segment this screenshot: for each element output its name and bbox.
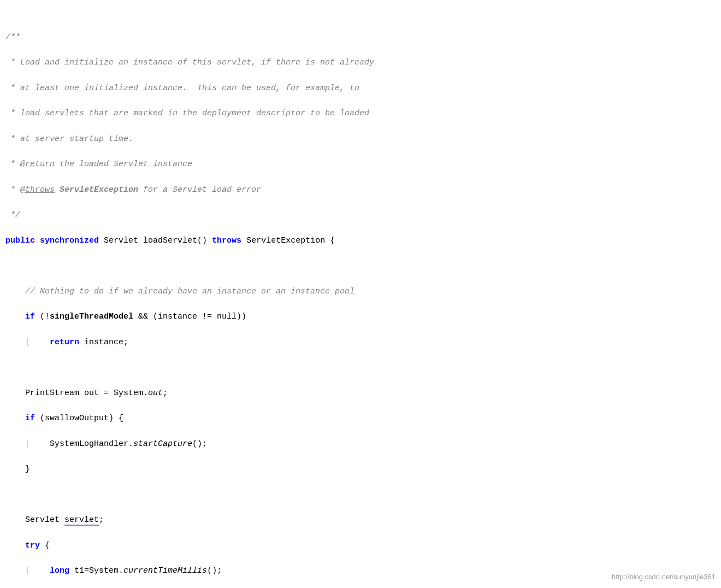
code-line: * at least one initialized instance. Thi… <box>5 82 710 95</box>
code-line: | return instance; <box>5 336 710 349</box>
code-line: if (swallowOutput) { <box>5 412 710 425</box>
code-line: | long t1=System.currentTimeMillis(); <box>5 565 710 577</box>
code-line: */ <box>5 209 710 221</box>
code-line: PrintStream out = System.out; <box>5 387 710 399</box>
code-line: * load servlets that are marked in the d… <box>5 107 710 120</box>
code-line: * @return the loaded Servlet instance <box>5 158 710 170</box>
code-line: Servlet servlet; <box>5 514 710 526</box>
code-line: * Load and initialize an instance of thi… <box>5 56 710 69</box>
code-line: * @throws ServletException for a Servlet… <box>5 184 710 196</box>
code-line: | SystemLogHandler.startCapture(); <box>5 438 710 450</box>
code-line: // Nothing to do if we already have an i… <box>5 285 710 298</box>
code-line <box>5 260 710 272</box>
code-line <box>5 361 710 374</box>
code-line: * at server startup time. <box>5 133 710 145</box>
code-line: /** <box>5 31 710 44</box>
watermark: http://blog.csdn.net/sunyunjie361 <box>612 572 716 583</box>
code-line: if (!singleThreadModel && (instance != n… <box>5 310 710 323</box>
code-viewer: /** * Load and initialize an instance of… <box>0 0 721 588</box>
code-line <box>5 489 710 501</box>
code-line: } <box>5 463 710 475</box>
code-line: public synchronized Servlet loadServlet(… <box>5 234 710 247</box>
code-line: try { <box>5 539 710 552</box>
